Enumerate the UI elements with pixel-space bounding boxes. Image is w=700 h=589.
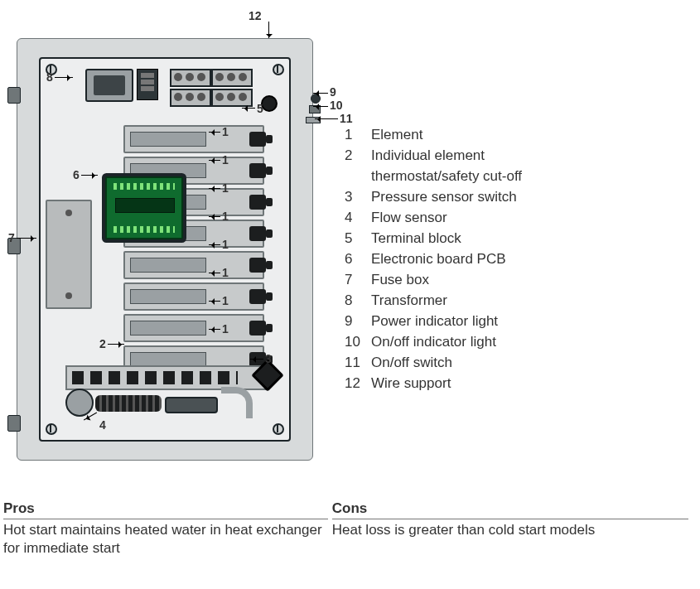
element-plug [249,321,266,336]
arrow-10 [313,106,328,107]
element-plug [249,132,266,147]
legend-number: 1 [345,124,371,145]
legend-text: Wire support [371,373,451,393]
callout-1: 1 [222,126,229,138]
legend-number: 11 [345,352,371,373]
callout-8: 8 [46,71,53,83]
element-plug [249,289,266,304]
arrow-1 [209,216,220,217]
legend-number: 4 [345,207,371,228]
element-row [123,282,264,311]
arrow-7 [17,238,36,239]
legend-text: Pressure sensor switch [371,186,517,207]
pros-cons-table: Pros Hot start maintains heated water in… [3,500,691,558]
element-plug [249,226,266,241]
pcb-pins [113,183,175,190]
arrow-1 [209,329,220,330]
transformer [85,69,133,102]
arrow-3 [250,359,263,360]
callout-6: 6 [73,169,80,181]
element-row [123,125,264,153]
legend-number: 10 [345,331,371,352]
legend-text: Element [371,124,422,145]
legend-row: 11On/off switch [345,352,587,373]
legend-row: 9Power indicator light [345,311,587,331]
arrow-1 [209,132,220,133]
pipe-elbow [221,387,253,418]
arrow-1 [209,160,220,161]
pros-body: Hot start maintains heated water in heat… [3,521,328,558]
callout-1: 1 [222,323,229,335]
arrow-1 [209,301,220,302]
page: 12 [0,0,700,589]
arrow-1 [209,244,220,245]
arrow-1 [209,273,220,273]
arrow-1 [209,188,220,189]
legend-row: 12Wire support [345,373,587,393]
legend-number: 8 [345,290,371,311]
callout-1: 1 [222,295,229,307]
terminal-block [211,89,253,107]
legend-text: On/off switch [371,352,452,373]
legend-text: Terminal block [371,228,461,249]
legend-row: 6Electronic board PCB [345,249,587,269]
legend-text: On/off indicator light [371,331,496,352]
callout-11: 11 [340,113,353,124]
terminal-block [211,69,253,87]
thermostat-dials [72,371,238,384]
arrow-6 [81,175,98,176]
parts-legend: 1Element2Individual element thermostat/s… [345,124,587,393]
element-plug [249,163,266,178]
legend-row: 1Element [345,124,587,145]
pros-column: Pros Hot start maintains heated water in… [3,500,328,558]
bottom-pipe [65,392,248,415]
pros-heading: Pros [3,500,328,519]
cons-heading: Cons [332,500,688,519]
arrow-9 [313,93,328,94]
fuse-box [46,200,92,309]
legend-number: 5 [345,228,371,249]
callout-1: 1 [222,182,229,194]
legend-text: Flow sensor [371,207,447,228]
legend-row: 2Individual element thermostat/safety cu… [345,145,587,186]
knob-icon [261,95,278,112]
legend-text: Individual element thermostat/safety cut… [371,145,587,186]
legend-number: 7 [345,269,371,290]
legend-text: Fuse box [371,269,429,290]
callout-1: 1 [222,154,229,166]
pipe-segment [165,397,218,413]
electronic-board-pcb [105,176,183,239]
legend-number: 12 [345,373,371,393]
terminal-block [170,69,211,87]
legend-row: 4Flow sensor [345,207,587,228]
relay-block [137,69,158,100]
terminal-block [170,89,211,107]
legend-number: 9 [345,311,371,331]
callout-1: 1 [222,210,229,222]
panel-enclosure [17,38,313,461]
panel-inner [39,57,291,442]
callout-1: 1 [222,239,229,250]
arrow-12 [268,22,269,40]
element-plug [249,195,266,210]
screw-icon [46,423,57,435]
legend-row: 7Fuse box [345,269,587,290]
mount-left-bot [7,415,21,432]
arrow-2 [108,344,124,345]
flow-sensor [65,389,94,417]
callout-4: 4 [99,419,106,431]
callout-3: 3 [265,353,272,365]
heating-elements [123,125,264,357]
legend-text: Electronic board PCB [371,249,506,269]
screw-icon [273,64,284,75]
legend-row: 8Transformer [345,290,587,311]
legend-row: 10On/off indicator light [345,331,587,352]
legend-number: 2 [345,145,371,186]
legend-text: Transformer [371,290,447,311]
cons-column: Cons Heat loss is greater than cold star… [332,500,688,539]
legend-row: 3Pressure sensor switch [345,186,587,207]
legend-number: 3 [345,186,371,207]
callout-1: 1 [222,267,229,278]
element-row [123,314,264,342]
legend-text: Power indicator light [371,311,498,331]
